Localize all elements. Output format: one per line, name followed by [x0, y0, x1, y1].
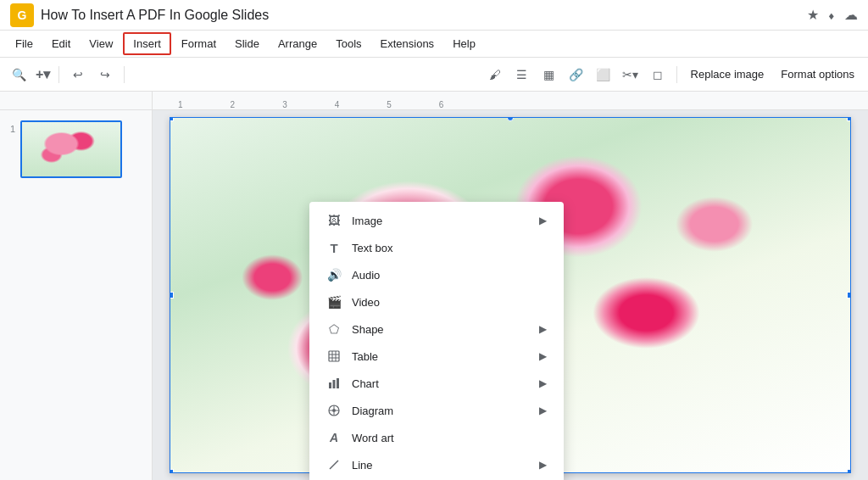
toolbar-separator-3: [676, 66, 677, 83]
menu-item-textbox[interactable]: T Text box: [309, 234, 564, 261]
redo-button[interactable]: ↪: [93, 63, 117, 87]
handle-mid-right[interactable]: [847, 292, 851, 299]
mask-button[interactable]: ◻: [646, 63, 670, 87]
menu-file[interactable]: File: [7, 34, 42, 53]
menu-slide[interactable]: Slide: [226, 34, 268, 53]
menu-item-shape[interactable]: ⬠ Shape ▶: [309, 315, 564, 343]
line-arrow: ▶: [539, 459, 547, 471]
chart-label: Chart: [352, 377, 529, 390]
shape-icon: ⬠: [326, 321, 342, 337]
title-action-icons: ★ ⬧ ☁: [807, 7, 858, 23]
image-button[interactable]: ⬜: [592, 63, 615, 87]
toolbar: 🔍 +▾ ↩ ↪ 🖌 ☰ ▦ 🔗 ⬜ ✂▾ ◻ Replace image Fo…: [0, 58, 868, 92]
handle-top-right[interactable]: [847, 117, 851, 121]
toolbar-separator-2: [124, 66, 125, 83]
handle-bottom-left[interactable]: [170, 469, 174, 473]
diagram-icon: [326, 403, 342, 418]
diagram-label: Diagram: [352, 405, 529, 417]
paint-format-button[interactable]: 🖌: [483, 63, 507, 87]
document-title: How To Insert A PDF In Google Slides: [41, 8, 800, 23]
table-icon: [326, 349, 342, 364]
table-label: Table: [352, 350, 529, 363]
menu-item-line[interactable]: Line ▶: [309, 451, 564, 478]
menu-view[interactable]: View: [81, 34, 121, 53]
image-icon: 🖼: [326, 213, 342, 228]
table-arrow: ▶: [539, 350, 547, 362]
star-icon[interactable]: ★: [807, 7, 819, 23]
menu-help[interactable]: Help: [444, 34, 484, 53]
slide-thumbnail[interactable]: [20, 120, 122, 178]
menu-item-video[interactable]: 🎬 Video: [309, 288, 564, 315]
shape-arrow: ▶: [539, 323, 547, 335]
audio-icon: 🔊: [326, 267, 342, 282]
menu-extensions[interactable]: Extensions: [372, 34, 443, 53]
menu-arrange[interactable]: Arrange: [270, 34, 326, 53]
main-area: 1 🖼 Image ▶: [0, 110, 868, 480]
line-icon: [326, 457, 342, 472]
app-icon: G: [10, 3, 34, 27]
handle-top-left[interactable]: [170, 117, 174, 121]
ruler: 1 2 3 4 5 6: [153, 92, 868, 109]
diagram-arrow: ▶: [539, 405, 547, 416]
cloud-icon[interactable]: ☁: [844, 7, 858, 23]
menu-item-audio[interactable]: 🔊 Audio: [309, 261, 564, 288]
zoom-in-button[interactable]: +▾: [34, 63, 52, 87]
chart-icon: [326, 376, 342, 391]
undo-button[interactable]: ↩: [66, 63, 90, 87]
menu-item-image[interactable]: 🖼 Image ▶: [309, 207, 564, 234]
svg-rect-5: [329, 382, 331, 388]
slides-panel: 1: [0, 110, 153, 480]
svg-point-9: [332, 409, 336, 412]
toolbar-separator-1: [58, 66, 59, 83]
format-options-button[interactable]: Format options: [774, 64, 861, 84]
handle-mid-left[interactable]: [170, 292, 174, 299]
slide-item-1[interactable]: 1: [7, 117, 145, 181]
chart-arrow: ▶: [539, 377, 547, 389]
word-art-label: Word art: [352, 432, 547, 444]
menu-item-table[interactable]: Table ▶: [309, 343, 564, 370]
search-button[interactable]: 🔍: [7, 63, 31, 87]
menu-bar: File Edit View Insert Format Slide Arran…: [0, 31, 868, 58]
svg-rect-0: [329, 351, 339, 361]
grid-button[interactable]: ▦: [537, 63, 561, 87]
link-button[interactable]: 🔗: [565, 63, 588, 87]
slide-preview-image: [22, 122, 120, 176]
menu-tools[interactable]: Tools: [327, 34, 370, 53]
textbox-icon: T: [326, 240, 342, 255]
menu-format[interactable]: Format: [173, 34, 225, 53]
shape-label: Shape: [352, 323, 529, 336]
folder-icon[interactable]: ⬧: [827, 8, 836, 23]
menu-insert[interactable]: Insert: [123, 32, 171, 55]
slide-number: 1: [10, 124, 15, 134]
title-bar: G How To Insert A PDF In Google Slides ★…: [0, 0, 868, 31]
crop-button[interactable]: ✂▾: [619, 63, 643, 87]
image-label: Image: [352, 215, 529, 227]
image-arrow: ▶: [539, 215, 547, 226]
svg-line-14: [330, 460, 338, 469]
align-button[interactable]: ☰: [510, 63, 534, 87]
svg-rect-6: [333, 380, 336, 388]
replace-image-button[interactable]: Replace image: [684, 64, 771, 84]
audio-label: Audio: [352, 269, 547, 282]
menu-item-diagram[interactable]: Diagram ▶: [309, 397, 564, 424]
menu-edit[interactable]: Edit: [43, 34, 79, 53]
line-label: Line: [352, 459, 529, 472]
slide-editor[interactable]: 🖼 Image ▶ T Text box 🔊 Audio 🎬 Video ⬠: [153, 110, 868, 480]
word-art-icon: A: [326, 430, 342, 445]
svg-rect-7: [337, 378, 339, 388]
video-label: Video: [352, 296, 547, 309]
menu-item-chart[interactable]: Chart ▶: [309, 370, 564, 397]
insert-dropdown-menu: 🖼 Image ▶ T Text box 🔊 Audio 🎬 Video ⬠: [309, 202, 564, 480]
ruler-sidebar-spacer: [0, 92, 153, 109]
menu-item-word-art[interactable]: A Word art: [309, 424, 564, 451]
textbox-label: Text box: [352, 242, 547, 254]
handle-bottom-right[interactable]: [847, 469, 851, 473]
video-icon: 🎬: [326, 294, 342, 310]
